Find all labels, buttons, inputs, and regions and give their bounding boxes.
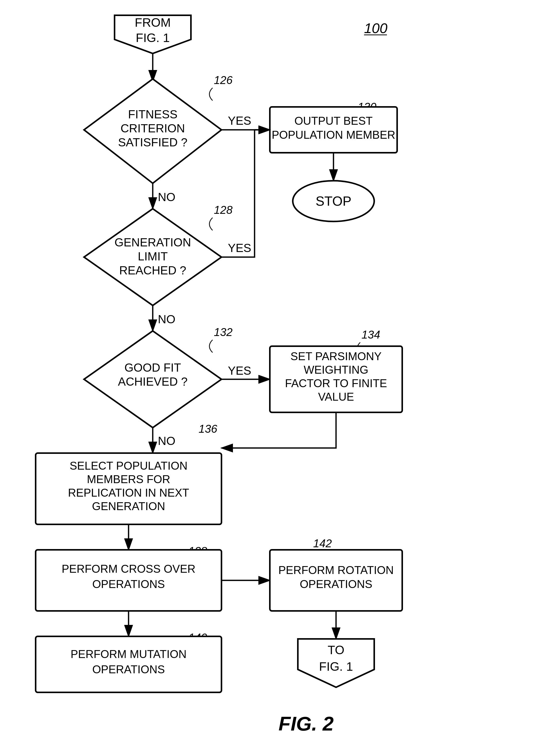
set-parsimony-label1: SET PARSIMONY — [290, 350, 382, 362]
ref-126: 126 — [214, 74, 233, 86]
arrow-generation-yes — [222, 130, 270, 257]
no-label-generation: NO — [158, 312, 175, 326]
diagram-container: 100 FROM FIG. 1 FITNESS CRITERION SATISF… — [0, 0, 557, 756]
figure-ref: 100 — [364, 20, 387, 36]
perform-rotation-label2: OPERATIONS — [300, 578, 372, 590]
select-population-label1: SELECT POPULATION — [70, 459, 187, 472]
ref-134: 134 — [361, 328, 380, 341]
output-best-label2: POPULATION MEMBER — [272, 128, 395, 141]
perform-mutation-label1: PERFORM MUTATION — [70, 648, 186, 660]
output-best-label1: OUTPUT BEST — [294, 115, 373, 127]
perform-crossover-label1: PERFORM CROSS OVER — [62, 563, 196, 575]
set-parsimony-label3: FACTOR TO FINITE — [285, 377, 387, 389]
no-label-goodfit: NO — [158, 434, 175, 448]
select-population-label3: REPLICATION IN NEXT — [68, 486, 189, 499]
yes-label-goodfit: YES — [228, 364, 251, 377]
yes-label-generation: YES — [228, 241, 251, 254]
select-population-label2: MEMBERS FOR — [87, 473, 170, 485]
stop-label: STOP — [316, 194, 352, 209]
from-fig1-label2: FIG. 1 — [136, 31, 170, 44]
ref-136: 136 — [199, 423, 217, 435]
ref-128: 128 — [214, 204, 233, 216]
to-fig1-label1: TO — [328, 643, 345, 657]
fitness-criterion-label1: FITNESS — [128, 108, 177, 121]
from-fig1-label: FROM — [135, 16, 171, 29]
perform-mutation-label2: OPERATIONS — [92, 663, 165, 675]
fig-label: FIG. 2 — [278, 713, 334, 735]
good-fit-label1: GOOD FIT — [124, 361, 181, 374]
generation-limit-label1: GENERATION — [115, 236, 191, 249]
good-fit-label2: ACHIEVED ? — [118, 375, 187, 388]
ref-142: 142 — [313, 537, 332, 550]
perform-crossover-label2: OPERATIONS — [92, 578, 165, 590]
set-parsimony-label2: WEIGHTING — [304, 363, 369, 376]
fitness-criterion-label2: CRITERION — [121, 122, 185, 135]
generation-limit-label2: LIMIT — [138, 250, 168, 263]
yes-label-fitness: YES — [228, 114, 251, 127]
ref-132: 132 — [214, 326, 232, 338]
arrow-parsimony-select — [222, 412, 336, 448]
perform-rotation-label1: PERFORM ROTATION — [278, 564, 393, 576]
generation-limit-label3: REACHED ? — [119, 264, 186, 277]
set-parsimony-label4: VALUE — [318, 391, 354, 403]
to-fig1-label2: FIG. 1 — [319, 660, 353, 673]
fitness-criterion-label3: SATISFIED ? — [118, 136, 187, 149]
select-population-label4: GENERATION — [92, 500, 165, 512]
no-label-fitness: NO — [158, 190, 175, 204]
